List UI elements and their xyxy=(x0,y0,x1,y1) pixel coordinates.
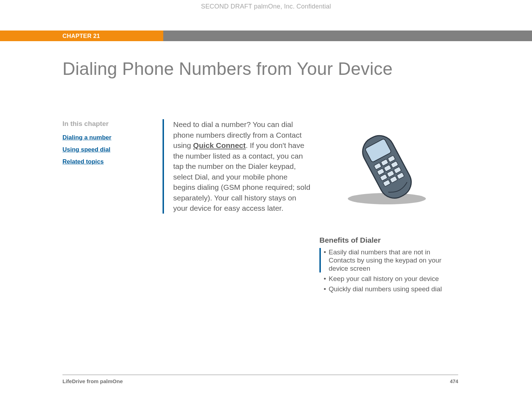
phone-illustration xyxy=(341,128,433,206)
header-watermark: SECOND DRAFT palmOne, Inc. Confidential xyxy=(0,3,532,10)
benefit-item: • Easily dial numbers that are not in Co… xyxy=(319,248,458,272)
intro-block: Need to dial a number? You can dial phon… xyxy=(163,119,311,214)
benefit-text: Quickly dial numbers using speed dial xyxy=(329,285,458,293)
sidebar: In this chapter Dialing a number Using s… xyxy=(62,120,148,170)
benefit-item: • Keep your call history on your device xyxy=(319,275,458,283)
sidebar-link-related-topics[interactable]: Related topics xyxy=(62,158,148,165)
sidebar-heading: In this chapter xyxy=(62,120,148,128)
sidebar-link-dialing-a-number[interactable]: Dialing a number xyxy=(62,134,148,141)
footer-page-number: 474 xyxy=(450,379,458,384)
page-title: Dialing Phone Numbers from Your Device xyxy=(62,59,393,79)
sidebar-link-using-speed-dial[interactable]: Using speed dial xyxy=(62,146,148,153)
quick-connect-link[interactable]: Quick Connect xyxy=(193,141,246,149)
benefit-text: Easily dial numbers that are not in Cont… xyxy=(329,248,458,272)
intro-text: Need to dial a number? You can dial phon… xyxy=(173,119,311,214)
footer-product-name: LifeDrive from palmOne xyxy=(62,378,123,384)
benefit-item: • Quickly dial numbers using speed dial xyxy=(319,285,458,293)
chapter-bar: CHAPTER 21 xyxy=(0,31,532,41)
benefit-text: Keep your call history on your device xyxy=(329,275,458,283)
benefits-heading: Benefits of Dialer xyxy=(319,236,458,244)
chapter-label: CHAPTER 21 xyxy=(0,31,163,41)
bullet-icon: • xyxy=(324,285,329,293)
bullet-icon: • xyxy=(324,275,329,283)
bullet-icon: • xyxy=(324,248,329,272)
intro-post: . If you don't have the number listed as… xyxy=(173,141,310,212)
benefits-block: Benefits of Dialer • Easily dial numbers… xyxy=(319,236,458,295)
footer-divider xyxy=(62,375,458,375)
